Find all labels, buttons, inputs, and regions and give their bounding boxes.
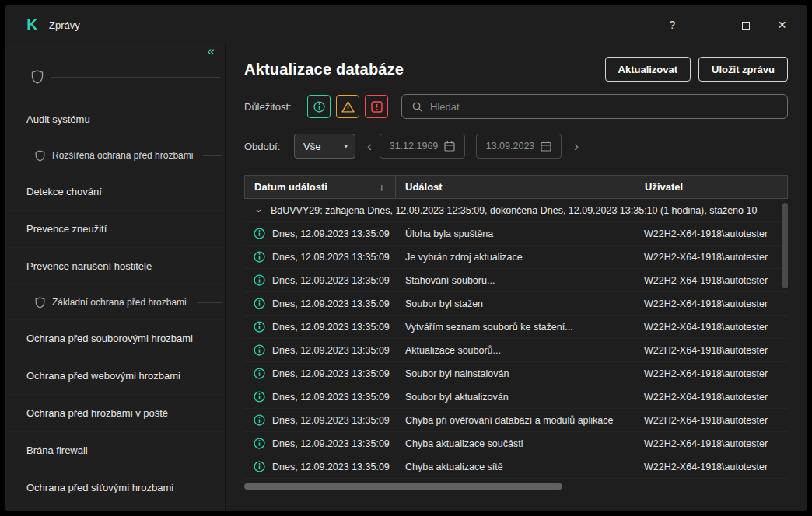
page-title: Aktualizace databáze — [244, 61, 404, 78]
sidebar-item[interactable]: Prevence narušení hostitele — [5, 247, 225, 284]
event-name-cell: Soubor byl nainstalován — [395, 368, 635, 379]
sidebar-item-label: Ochrana před souborovými hrozbami — [26, 333, 193, 344]
event-user-cell: W22H2-X64-1918\autotester — [635, 462, 788, 472]
shield-icon — [35, 297, 45, 309]
window-controls: ? – ✕ — [654, 5, 800, 44]
event-row[interactable]: Dnes, 12.09.2023 13:35:09 Soubor byl nai… — [244, 362, 788, 385]
info-icon — [254, 438, 265, 449]
column-header-event[interactable]: Událost — [396, 176, 635, 198]
info-icon — [254, 251, 265, 263]
event-date: Dnes, 12.09.2023 13:35:09 — [272, 345, 390, 356]
task-group-row[interactable]: ⌄ BdUVVY29: zahájena Dnes, 12.09.2023 12… — [244, 199, 788, 222]
sort-descending-icon: ↓ — [380, 181, 385, 193]
chevron-down-icon: ▾ — [344, 142, 348, 150]
maximize-button[interactable] — [727, 5, 764, 44]
search-icon — [411, 101, 423, 113]
sidebar-top-section — [5, 44, 225, 100]
update-button[interactable]: Aktualizovat — [605, 57, 691, 82]
sidebar-item[interactable]: Prevence zneužití — [5, 210, 225, 247]
importance-warning-button[interactable] — [336, 95, 359, 118]
sidebar-section-label: Základní ochrana před hrozbami — [52, 297, 187, 308]
kaspersky-reports-window: K Zprávy ? – ✕ « Audit systému — [5, 5, 807, 511]
event-row[interactable]: Dnes, 12.09.2023 13:35:09 Je vybrán zdro… — [244, 246, 788, 269]
calendar-icon — [541, 141, 551, 152]
page-header: Aktualizace databáze Aktualizovat Uložit… — [244, 57, 788, 82]
critical-icon — [371, 101, 383, 113]
collapse-group-icon[interactable]: ⌄ — [254, 203, 263, 214]
sidebar-item[interactable]: Detekce chování — [5, 173, 225, 210]
date-to-field[interactable]: 13.09.2023 — [476, 134, 562, 159]
event-row[interactable]: Dnes, 12.09.2023 13:35:09 Soubor byl sta… — [244, 292, 788, 316]
event-date-cell: Dnes, 12.09.2023 13:35:09 — [244, 414, 395, 426]
date-to-value: 13.09.2023 — [486, 141, 535, 152]
sidebar-item-label: Brána firewall — [26, 445, 88, 456]
event-name-cell: Chyba aktualizace součásti — [395, 438, 635, 449]
event-row[interactable]: Dnes, 12.09.2023 13:35:09 Stahování soub… — [244, 269, 788, 292]
event-date: Dnes, 12.09.2023 13:35:09 — [272, 298, 390, 309]
importance-label: Důležitost: — [244, 101, 307, 113]
sidebar-item-label: Ochrana před hrozbami v poště — [26, 407, 168, 419]
section-divider-line — [51, 77, 220, 78]
collapse-sidebar-button[interactable]: « — [208, 44, 215, 59]
kaspersky-logo-icon: K — [23, 16, 40, 33]
header-buttons: Aktualizovat Uložit zprávu — [605, 57, 788, 82]
events-table: Datum události ↓ Událost Uživatel ⌄ — [244, 175, 788, 511]
info-icon — [254, 368, 265, 379]
search-box — [401, 94, 788, 119]
date-from-field[interactable]: 31.12.1969 — [380, 134, 465, 159]
sidebar: « Audit systému Rozšířená ochrana před h… — [5, 44, 225, 511]
event-name-cell: Soubor byl aktualizován — [395, 392, 635, 403]
event-date: Dnes, 12.09.2023 13:35:09 — [272, 415, 390, 426]
event-user-cell: W22H2-X64-1918\autotester — [635, 322, 788, 333]
sidebar-section-label: Rozšířená ochrana před hrozbami — [52, 150, 193, 161]
importance-info-button[interactable] — [307, 95, 331, 118]
sidebar-item[interactable]: Ochrana před souborovými hrozbami — [5, 319, 225, 357]
minimize-button[interactable]: – — [691, 5, 727, 44]
calendar-icon — [444, 141, 455, 152]
event-row[interactable]: Dnes, 12.09.2023 13:35:09 Aktualizace so… — [244, 339, 788, 362]
info-icon — [254, 228, 265, 239]
sidebar-item[interactable]: Brána firewall — [5, 431, 225, 469]
sidebar-section-header: Rozšířená ochrana před hrozbami — [5, 138, 225, 173]
event-row[interactable]: Dnes, 12.09.2023 13:35:09 Chyba aktualiz… — [244, 455, 788, 479]
event-row[interactable]: Dnes, 12.09.2023 13:35:09 Soubor byl akt… — [244, 385, 788, 409]
event-name-cell: Soubor byl stažen — [395, 298, 635, 309]
event-row[interactable]: Dnes, 12.09.2023 13:35:09 Chyba aktualiz… — [244, 432, 788, 455]
main-content: Aktualizace databáze Aktualizovat Uložit… — [226, 44, 807, 511]
section-divider-line — [203, 155, 222, 156]
sidebar-item-label: Prevence zneužití — [26, 223, 107, 235]
event-name-cell: Úloha byla spuštěna — [395, 228, 635, 239]
close-button[interactable]: ✕ — [764, 5, 800, 44]
event-row[interactable]: Dnes, 12.09.2023 13:35:09 Chyba při ověř… — [244, 409, 788, 432]
column-header-user[interactable]: Uživatel — [635, 176, 787, 198]
next-period-button[interactable]: › — [574, 139, 579, 153]
sidebar-item[interactable]: Ochrana před hrozbami v poště — [5, 394, 225, 431]
event-name-cell: Chyba aktualizace sítě — [395, 462, 635, 472]
event-date-cell: Dnes, 12.09.2023 13:35:09 — [244, 368, 395, 379]
search-input[interactable] — [430, 101, 778, 113]
event-row[interactable]: Dnes, 12.09.2023 13:35:09 Úloha byla spu… — [244, 222, 788, 246]
event-user-cell: W22H2-X64-1918\autotester — [635, 415, 788, 426]
vertical-scrollbar-thumb[interactable] — [782, 203, 788, 288]
event-row[interactable]: Dnes, 12.09.2023 13:35:09 Vytvářím sezna… — [244, 316, 788, 339]
event-name-cell: Chyba při ověřování databází a modulů ap… — [395, 415, 635, 426]
date-from-value: 31.12.1969 — [390, 141, 439, 152]
event-date: Dnes, 12.09.2023 13:35:09 — [272, 228, 390, 239]
event-date-cell: Dnes, 12.09.2023 13:35:09 — [244, 321, 395, 333]
info-icon — [313, 101, 325, 113]
help-button[interactable]: ? — [654, 5, 691, 44]
sidebar-item[interactable]: Ochrana před síťovými hrozbami — [5, 469, 225, 506]
warning-icon — [341, 101, 355, 113]
info-icon — [254, 321, 265, 333]
horizontal-scrollbar-thumb[interactable] — [244, 483, 562, 490]
sidebar-item[interactable]: Ochrana před webovými hrozbami — [5, 357, 225, 394]
info-icon — [254, 344, 265, 356]
importance-critical-button[interactable] — [365, 95, 388, 118]
save-report-button[interactable]: Uložit zprávu — [698, 57, 788, 82]
event-user-cell: W22H2-X64-1918\autotester — [635, 228, 788, 239]
previous-period-button[interactable]: ‹ — [367, 139, 372, 153]
sidebar-item[interactable]: Audit systému — [5, 100, 225, 138]
column-header-date[interactable]: Datum události ↓ — [245, 176, 396, 198]
period-filter-row: Období: Vše ▾ ‹ 31.12.1969 13.09.2023 — [244, 134, 788, 159]
period-select[interactable]: Vše ▾ — [294, 134, 355, 159]
